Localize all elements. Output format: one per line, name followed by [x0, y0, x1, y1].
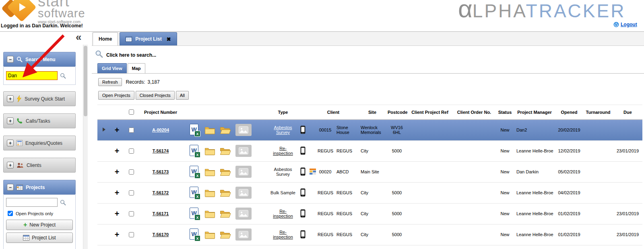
project-number-link[interactable]: T-56172 [153, 190, 169, 195]
project-type-link[interactable]: Asbestos Survey [274, 125, 292, 135]
tab-home[interactable]: Home [93, 32, 118, 45]
table-row[interactable]: +T-56173WXAsbestos Survey00020ABCDMain S… [97, 161, 642, 182]
sidebar-scrollbar-thumb[interactable] [84, 46, 87, 116]
filter-all[interactable]: All [176, 91, 189, 100]
collapse-sidebar-icon[interactable]: « [76, 32, 81, 42]
logout-label[interactable]: Logout [621, 22, 637, 27]
sidebar-section-survey-quick-start[interactable]: + Survey Quick Start [3, 91, 76, 106]
table-row[interactable]: +T-56171WXRe-inspectionREGUSREGUSCity500… [97, 203, 642, 224]
folder-open-icon[interactable] [220, 147, 231, 155]
row-checkbox[interactable] [129, 232, 134, 237]
folder-icon[interactable] [204, 147, 215, 155]
tab-project-list[interactable]: Project List ✖ [120, 32, 177, 45]
add-to-project-icon[interactable]: + [115, 209, 120, 218]
row-checkbox[interactable] [129, 211, 134, 216]
mobile-phone-icon[interactable] [300, 167, 305, 176]
projects-search-input[interactable] [6, 198, 58, 207]
collapse-section-icon[interactable]: − [7, 56, 14, 63]
project-number-link[interactable]: A-00204 [152, 128, 169, 132]
open-projects-only-checkbox[interactable] [8, 211, 13, 216]
expand-section-icon[interactable]: + [7, 162, 14, 169]
sidebar-section-calls-tasks[interactable]: + Calls/Tasks [3, 113, 76, 128]
folder-icon[interactable] [204, 126, 215, 134]
word-excel-document-icon[interactable]: WX [190, 228, 200, 241]
folder-open-icon[interactable] [220, 230, 231, 239]
open-projects-only-label[interactable]: Open Projects only [6, 210, 73, 217]
new-project-button[interactable]: + New Project [6, 220, 73, 230]
logout-link[interactable]: Logout [613, 22, 637, 27]
filter-open-projects[interactable]: Open Projects [98, 91, 134, 100]
tab-grid-view[interactable]: Grid View [97, 63, 127, 73]
word-excel-document-icon[interactable]: WX [190, 124, 200, 136]
mobile-phone-icon[interactable] [300, 126, 305, 134]
table-row[interactable]: +T-56174WXRe-inspectionREGUSREGUSCity500… [97, 140, 642, 161]
mobile-phone-icon[interactable] [300, 146, 305, 155]
folder-icon[interactable] [204, 189, 215, 197]
add-to-project-icon[interactable]: + [115, 146, 120, 155]
table-row[interactable]: +A-00204WXAsbestos Survey00015Stone Hous… [97, 119, 642, 140]
folder-icon[interactable] [204, 230, 215, 239]
project-type-link[interactable]: Re-inspection [273, 209, 293, 218]
project-number-link[interactable]: T-56173 [153, 169, 169, 174]
photo-placeholder-icon[interactable] [235, 208, 252, 220]
row-checkbox[interactable] [129, 190, 134, 195]
sidebar-section-projects[interactable]: − Projects [3, 180, 76, 195]
table-row[interactable]: +T-56170WXRe-inspectionREGUSREGUSCity500… [97, 224, 642, 245]
photo-placeholder-icon[interactable] [235, 124, 252, 136]
collapse-section-icon[interactable]: − [7, 184, 14, 191]
add-to-project-icon[interactable]: + [115, 126, 120, 134]
project-list-button[interactable]: Project List [6, 233, 73, 243]
cell-checkbox [124, 119, 138, 140]
word-excel-document-icon[interactable]: WX [190, 187, 200, 199]
sidebar-scrollbar[interactable] [83, 45, 88, 249]
photo-placeholder-icon[interactable] [235, 166, 252, 178]
mobile-phone-icon[interactable] [300, 188, 305, 197]
col-postcode: Postcode [386, 105, 407, 120]
sidebar-section-enquiries-quotes[interactable]: + Enquiries/Quotes [3, 136, 76, 150]
mobile-phone-icon[interactable] [300, 209, 305, 218]
photo-placeholder-icon[interactable] [235, 145, 252, 157]
select-all-checkbox[interactable] [129, 109, 134, 115]
project-number-link[interactable]: T-56171 [153, 211, 169, 216]
word-excel-document-icon[interactable]: WX [190, 208, 200, 220]
row-expander-icon[interactable] [103, 128, 105, 132]
project-type-link[interactable]: Re-inspection [273, 146, 293, 156]
project-number-link[interactable]: T-56174 [153, 148, 169, 153]
project-number-link[interactable]: T-56170 [153, 232, 169, 237]
word-excel-document-icon[interactable]: WX [190, 166, 200, 178]
folder-open-icon[interactable] [220, 210, 231, 218]
table-row[interactable]: +T-56172WXBulk SampleREGUSREGUSCity5000N… [97, 182, 642, 203]
photo-placeholder-icon[interactable] [235, 228, 252, 241]
sidebar-search-input[interactable] [6, 71, 58, 80]
photo-placeholder-icon[interactable] [235, 187, 252, 199]
row-checkbox[interactable] [129, 148, 134, 154]
sidebar-section-search-menu[interactable]: − Search Menu [3, 52, 76, 67]
row-checkbox[interactable] [129, 128, 134, 133]
click-to-search[interactable]: Click here to search... [95, 50, 156, 58]
folder-open-icon[interactable] [220, 189, 231, 197]
search-icon [17, 56, 23, 62]
word-excel-document-icon[interactable]: WX [190, 145, 200, 157]
filter-closed-projects[interactable]: Closed Projects [136, 91, 175, 100]
sidebar-section-clients[interactable]: + Clients [3, 158, 76, 173]
projects-search-icon[interactable] [60, 200, 66, 206]
folder-open-icon[interactable] [220, 168, 231, 176]
add-to-project-icon[interactable]: + [115, 188, 120, 197]
expand-section-icon[interactable]: + [7, 95, 14, 102]
expand-section-icon[interactable]: + [7, 140, 14, 146]
search-submit-icon[interactable] [60, 73, 66, 79]
tab-map[interactable]: Map [128, 63, 145, 73]
client-portal-icon[interactable] [310, 169, 316, 175]
add-to-project-icon[interactable]: + [115, 230, 120, 239]
row-checkbox[interactable] [129, 169, 134, 175]
refresh-button[interactable]: Refresh [98, 78, 122, 86]
project-type-link[interactable]: Re-inspection [273, 230, 293, 239]
expand-section-icon[interactable]: + [7, 117, 14, 124]
folder-icon[interactable] [204, 210, 215, 218]
folder-open-icon[interactable] [220, 126, 231, 134]
folder-icon[interactable] [204, 168, 215, 176]
add-to-project-icon[interactable]: + [115, 167, 120, 176]
cell-client-code: REGUS [316, 140, 334, 161]
mobile-phone-icon[interactable] [300, 230, 305, 239]
close-tab-icon[interactable]: ✖ [167, 36, 171, 42]
